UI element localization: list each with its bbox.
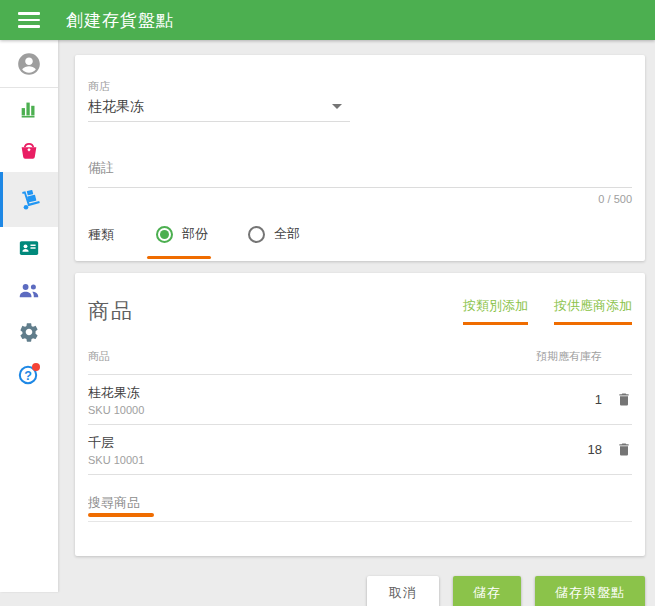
product-table-body: 桂花果冻 SKU 10000 1 千层 SKU 10001 bbox=[88, 375, 632, 475]
table-row: 千层 SKU 10001 18 bbox=[88, 425, 632, 475]
radio-label: 部份 bbox=[182, 225, 208, 243]
search-underline-accent bbox=[88, 513, 154, 517]
add-by-category-link[interactable]: 按類別添加 bbox=[463, 297, 528, 325]
sidebar-item-settings[interactable] bbox=[0, 311, 58, 353]
product-table: 商品 預期應有庫存 桂花果冻 SKU 10000 1 bbox=[88, 341, 632, 556]
trash-icon[interactable] bbox=[616, 441, 632, 458]
footer-actions: 取消 儲存 儲存與盤點 bbox=[58, 576, 645, 606]
product-info: 千层 SKU 10001 bbox=[88, 434, 572, 466]
bar-chart-icon bbox=[18, 98, 40, 120]
product-sku: SKU 10001 bbox=[88, 454, 572, 466]
main-content: 商店 桂花果冻 0 / 500 種類 部份 全部 商品 按類別添加 bbox=[58, 40, 655, 606]
radio-label: 全部 bbox=[274, 225, 300, 243]
chevron-down-icon bbox=[332, 104, 342, 109]
contact-card-icon bbox=[18, 237, 40, 259]
store-select[interactable]: 桂花果冻 bbox=[88, 97, 350, 122]
radio-icon bbox=[248, 226, 265, 243]
notes-group: 0 / 500 bbox=[88, 158, 632, 205]
radio-icon bbox=[156, 226, 173, 243]
table-row: 桂花果冻 SKU 10000 1 bbox=[88, 375, 632, 425]
svg-text:?: ? bbox=[24, 369, 32, 383]
basket-icon bbox=[18, 140, 40, 162]
people-icon bbox=[17, 278, 41, 302]
save-button[interactable]: 儲存 bbox=[453, 576, 521, 606]
count-type-row: 種類 部份 全部 bbox=[88, 225, 632, 245]
expected-stock-value: 18 bbox=[572, 442, 602, 457]
radio-option-partial[interactable]: 部份 bbox=[156, 225, 208, 245]
sidebar-item-account[interactable] bbox=[0, 40, 58, 88]
help-icon: ? bbox=[17, 362, 41, 386]
store-select-value: 桂花果冻 bbox=[88, 98, 144, 114]
product-sku: SKU 10000 bbox=[88, 404, 572, 416]
sidebar-item-sell[interactable] bbox=[0, 130, 58, 172]
notes-input[interactable] bbox=[88, 160, 632, 188]
sidebar-item-customers[interactable] bbox=[0, 227, 58, 269]
product-name: 千层 bbox=[88, 434, 572, 452]
expected-stock-value: 1 bbox=[572, 392, 602, 407]
app-header: 創建存貨盤點 bbox=[0, 0, 655, 40]
gear-icon bbox=[18, 321, 40, 343]
product-name: 桂花果冻 bbox=[88, 384, 572, 402]
sidebar-item-staff[interactable] bbox=[0, 269, 58, 311]
product-search-input[interactable] bbox=[88, 495, 632, 522]
trash-icon[interactable] bbox=[616, 391, 632, 408]
add-by-supplier-link[interactable]: 按供應商添加 bbox=[554, 297, 632, 325]
notification-badge bbox=[32, 363, 40, 371]
add-links: 按類別添加 按供應商添加 bbox=[463, 297, 632, 325]
page-title: 創建存貨盤點 bbox=[66, 9, 174, 32]
store-label: 商店 bbox=[88, 79, 632, 94]
column-product: 商品 bbox=[88, 349, 110, 364]
products-header: 商品 按類別添加 按供應商添加 bbox=[88, 297, 632, 325]
hand-truck-icon bbox=[19, 188, 43, 212]
notes-char-counter: 0 / 500 bbox=[88, 193, 632, 205]
save-and-count-button[interactable]: 儲存與盤點 bbox=[535, 576, 645, 606]
sidebar-item-reports[interactable] bbox=[0, 88, 58, 130]
person-icon bbox=[16, 51, 42, 77]
product-search-wrap bbox=[88, 475, 632, 556]
sidebar-item-help[interactable]: ? bbox=[0, 353, 58, 395]
type-label: 種類 bbox=[88, 226, 156, 244]
product-table-header: 商品 預期應有庫存 bbox=[88, 341, 632, 375]
cancel-button[interactable]: 取消 bbox=[367, 576, 439, 606]
products-heading: 商品 bbox=[88, 297, 134, 325]
products-card: 商品 按類別添加 按供應商添加 商品 預期應有庫存 桂花果冻 SKU 10000… bbox=[75, 273, 645, 556]
hamburger-menu-icon[interactable] bbox=[18, 8, 40, 32]
count-settings-card: 商店 桂花果冻 0 / 500 種類 部份 全部 bbox=[75, 55, 645, 261]
product-info: 桂花果冻 SKU 10000 bbox=[88, 384, 572, 416]
sidebar: ? bbox=[0, 40, 58, 592]
column-expected-stock: 預期應有庫存 bbox=[536, 349, 602, 364]
radio-option-full[interactable]: 全部 bbox=[248, 225, 300, 245]
sidebar-item-inventory[interactable] bbox=[0, 172, 58, 227]
